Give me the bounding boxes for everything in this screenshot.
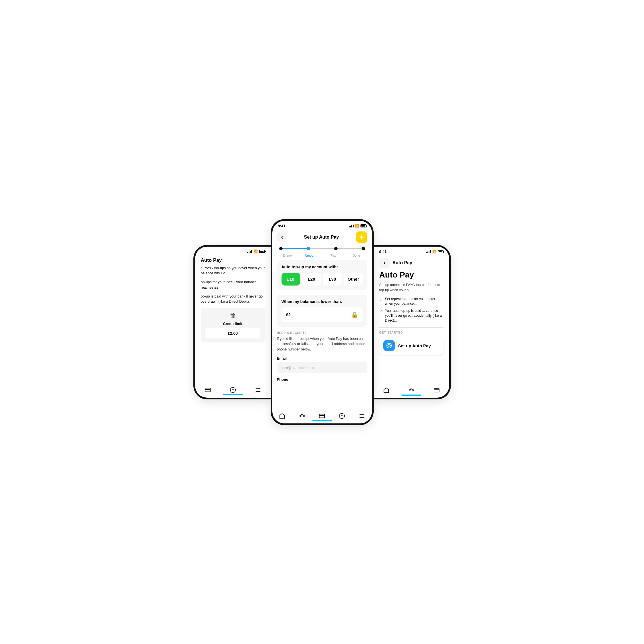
left-text-3: op-up is paid with your bank ll never go… bbox=[201, 294, 265, 305]
lock-icon: 🔒 bbox=[351, 311, 358, 318]
stepper bbox=[272, 245, 372, 254]
step-dot-3 bbox=[334, 247, 338, 250]
center-battery-icon bbox=[360, 224, 366, 227]
center-phone: 9:41 📶 Set up Auto Pay bbox=[271, 219, 374, 425]
svg-marker-7 bbox=[359, 235, 364, 239]
svg-point-8 bbox=[300, 415, 301, 417]
nav-home-center[interactable] bbox=[279, 413, 285, 419]
nav-connections-right[interactable] bbox=[408, 387, 415, 393]
step-line-1 bbox=[283, 248, 307, 249]
svg-line-12 bbox=[303, 414, 304, 416]
receipt-label: NEED A RECEIPT? bbox=[277, 331, 367, 334]
step-dot-4 bbox=[362, 247, 365, 250]
svg-text:?: ? bbox=[341, 414, 343, 418]
nav-menu-center[interactable] bbox=[359, 413, 365, 419]
check-text-2: Your auto top-up is paid ... card, so yo… bbox=[385, 308, 443, 323]
check-icon-1: ✓ bbox=[379, 297, 383, 303]
receipt-desc: If you'd like a receipt when your Auto P… bbox=[277, 336, 367, 352]
get-started-label: GET STARTED bbox=[379, 331, 443, 334]
amount-btn-30[interactable]: £30 bbox=[323, 273, 342, 286]
signal-icon bbox=[247, 250, 252, 253]
svg-line-23 bbox=[410, 389, 411, 390]
nav-payment-left[interactable] bbox=[205, 387, 211, 393]
nav-payment-center[interactable] bbox=[319, 413, 325, 419]
center-scroll-area: Auto top-up my account with: £10 £20 £30… bbox=[272, 260, 372, 410]
setup-auto-pay-button[interactable]: Set up Auto Pay bbox=[379, 336, 443, 355]
check-item-2: ✓ Your auto top-up is paid ... card, so … bbox=[379, 308, 443, 323]
amount-section-title: Auto top-up my account with: bbox=[282, 265, 363, 269]
amount-section: Auto top-up my account with: £10 £20 £30… bbox=[277, 260, 367, 290]
delete-icon[interactable]: 🗑 bbox=[230, 312, 236, 319]
center-page-title: Set up Auto Pay bbox=[304, 235, 339, 240]
email-input[interactable]: sam@example.com bbox=[277, 362, 367, 373]
right-page-title: Auto Pay bbox=[393, 260, 412, 265]
battery-icon bbox=[259, 250, 265, 253]
check-list: ✓ Set repeat top-ups for yo... meter whe… bbox=[379, 297, 443, 323]
right-status-bar: 9:41 📶 bbox=[374, 247, 449, 255]
nav-home-right[interactable] bbox=[383, 387, 389, 393]
right-bottom-nav bbox=[374, 384, 449, 397]
wifi-icon: 📶 bbox=[253, 249, 258, 253]
svg-rect-13 bbox=[319, 414, 324, 418]
right-phone: 9:41 📶 Auto Pay Auto Pay bbox=[374, 245, 451, 399]
step-line-3 bbox=[338, 248, 362, 249]
step-line-2 bbox=[310, 248, 334, 249]
step-label-done: Done bbox=[345, 254, 368, 257]
step-dot-1 bbox=[279, 247, 283, 250]
svg-rect-0 bbox=[205, 388, 210, 392]
left-status-bar: 📶 bbox=[195, 247, 271, 255]
lightning-button[interactable] bbox=[356, 231, 367, 243]
right-time: 9:41 bbox=[379, 249, 387, 254]
left-phone: 📶 Auto Pay c PAYG top-ups so you never w… bbox=[193, 245, 271, 399]
credit-limit-label: Credit limit bbox=[205, 322, 260, 326]
svg-text:?: ? bbox=[232, 388, 233, 392]
amount-btn-20[interactable]: £20 bbox=[302, 273, 321, 286]
nav-connections-center[interactable] bbox=[299, 413, 305, 419]
svg-line-24 bbox=[412, 389, 413, 390]
left-bottom-nav: ? bbox=[195, 384, 271, 397]
check-text-1: Set repeat top-ups for yo... meter when … bbox=[385, 297, 443, 306]
balance-threshold-row: £2 🔒 bbox=[282, 307, 363, 322]
svg-point-10 bbox=[303, 415, 304, 417]
right-signal-icon bbox=[426, 250, 431, 253]
credit-limit-card: 🗑 Credit limit £2.00 bbox=[201, 308, 265, 342]
credit-limit-value: £2.00 bbox=[205, 328, 260, 338]
phone-field-label: Phone bbox=[277, 377, 367, 382]
amount-options: £10 £20 £30 Other bbox=[282, 273, 363, 286]
amount-btn-other[interactable]: Other bbox=[344, 273, 363, 286]
setup-btn-icon bbox=[383, 340, 395, 351]
left-text-2: op-ups for your PAYG your balance reache… bbox=[201, 280, 265, 290]
auto-pay-desc: Set up automatic PAYG top-u... forget to… bbox=[379, 282, 443, 293]
svg-rect-25 bbox=[434, 388, 439, 392]
check-icon-2: ✓ bbox=[379, 309, 383, 314]
step-dot-2 bbox=[307, 247, 310, 250]
nav-help-left[interactable]: ? bbox=[230, 387, 236, 393]
center-signal-icon bbox=[349, 224, 354, 227]
svg-point-22 bbox=[413, 390, 414, 391]
center-bottom-nav: ? bbox=[272, 410, 372, 423]
right-wifi-icon: 📶 bbox=[432, 250, 436, 253]
back-button[interactable] bbox=[277, 232, 287, 242]
amount-btn-10[interactable]: £10 bbox=[282, 273, 300, 286]
balance-section: When my balance is lower than: £2 🔒 bbox=[277, 295, 367, 327]
right-battery-icon bbox=[438, 250, 443, 253]
check-item-1: ✓ Set repeat top-ups for yo... meter whe… bbox=[379, 297, 443, 306]
nav-payment-right[interactable] bbox=[433, 387, 440, 393]
step-label-pay: Pay bbox=[322, 254, 345, 257]
stepper-labels: Energy Amount Pay Done bbox=[272, 254, 372, 260]
left-text-1: c PAYG top-ups so you never when your ba… bbox=[201, 265, 265, 276]
nav-help-center[interactable]: ? bbox=[339, 413, 345, 419]
step-label-energy: Energy bbox=[276, 254, 299, 257]
receipt-section: NEED A RECEIPT? If you'd like a receipt … bbox=[277, 331, 367, 382]
step-label-amount: Amount bbox=[299, 254, 322, 257]
balance-section-title: When my balance is lower than: bbox=[282, 299, 363, 304]
center-time: 9:41 bbox=[278, 224, 286, 228]
nav-menu-left[interactable] bbox=[255, 387, 261, 393]
right-back-button[interactable] bbox=[379, 258, 390, 268]
right-header: Auto Pay bbox=[374, 255, 449, 270]
center-wifi-icon: 📶 bbox=[355, 224, 359, 228]
svg-point-20 bbox=[409, 390, 410, 391]
svg-line-11 bbox=[301, 414, 302, 416]
left-page-title: Auto Pay bbox=[195, 255, 271, 265]
email-field-label: Email bbox=[277, 356, 367, 360]
